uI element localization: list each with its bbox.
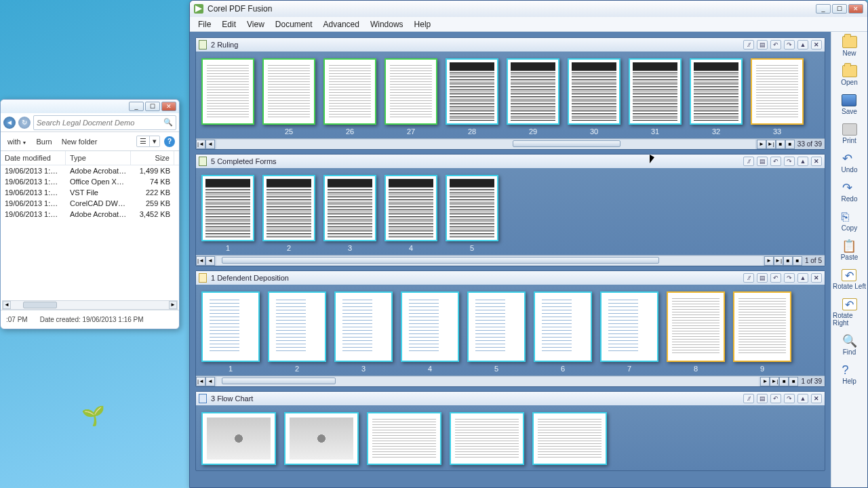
menu-help[interactable]: Help: [410, 18, 435, 30]
panel-tool-1[interactable]: ⫽: [743, 40, 754, 49]
thumb-wrap[interactable]: 29: [507, 58, 559, 136]
thumb-wrap[interactable]: 2: [262, 175, 315, 252]
page-thumb[interactable]: [334, 291, 393, 362]
thumb-wrap[interactable]: 28: [446, 58, 498, 136]
page-thumb[interactable]: [690, 58, 743, 125]
side-rotate-right[interactable]: Rotate Right: [833, 298, 866, 327]
panel-collapse-icon[interactable]: ▲: [797, 394, 808, 403]
page-thumb[interactable]: [323, 175, 376, 241]
side-paste[interactable]: 📋Paste: [841, 240, 859, 261]
side-undo[interactable]: ↶Undo: [842, 152, 858, 174]
scroll-thumb[interactable]: [23, 302, 57, 308]
search-box[interactable]: 🔍: [33, 115, 176, 130]
nav-extra-1[interactable]: ■: [776, 140, 785, 149]
thumb-wrap[interactable]: [201, 58, 254, 136]
page-thumb[interactable]: [534, 291, 592, 362]
explorer-hscroll[interactable]: ◄ ►: [2, 300, 178, 310]
thumb-wrap[interactable]: 26: [323, 58, 376, 136]
col-date[interactable]: Date modified: [1, 151, 66, 165]
thumb-wrap[interactable]: 6: [534, 291, 592, 373]
scroll-thumb[interactable]: [513, 140, 620, 147]
toolbar-burn[interactable]: Burn: [34, 136, 55, 147]
toolbar-with[interactable]: with▼: [5, 136, 30, 147]
page-thumb[interactable]: [629, 58, 682, 125]
panel-rotate-right-icon[interactable]: ↷: [784, 394, 795, 403]
scroll-thumb[interactable]: [222, 257, 659, 264]
first-page-icon[interactable]: |◄: [196, 256, 205, 266]
thumb-wrap[interactable]: 32: [690, 58, 743, 136]
page-thumb[interactable]: [201, 412, 276, 465]
page-thumb[interactable]: [268, 291, 326, 362]
thumb-wrap[interactable]: [201, 412, 276, 468]
prev-page-icon[interactable]: ◄: [205, 377, 215, 386]
side-save[interactable]: Save: [842, 94, 857, 115]
page-thumb[interactable]: [401, 291, 459, 362]
thumb-wrap[interactable]: 1: [201, 291, 260, 373]
page-thumb[interactable]: [262, 175, 315, 241]
panel-close-icon[interactable]: ✕: [811, 394, 822, 403]
panel-rotate-right-icon[interactable]: ↷: [784, 157, 795, 166]
page-thumb[interactable]: [384, 175, 437, 241]
last-page-icon[interactable]: ►|: [774, 256, 783, 266]
close-button[interactable]: ✕: [161, 102, 176, 111]
thumb-wrap[interactable]: 3: [323, 175, 376, 252]
panel-tool-2[interactable]: ▤: [757, 157, 768, 166]
menu-document[interactable]: Document: [271, 18, 317, 30]
thumb-wrap[interactable]: 5: [467, 291, 526, 373]
page-thumb[interactable]: [568, 58, 620, 125]
next-page-icon[interactable]: ►: [757, 140, 766, 149]
page-thumb[interactable]: [751, 58, 804, 125]
page-thumb[interactable]: [446, 58, 498, 125]
side-new[interactable]: New: [842, 36, 857, 57]
panel-rotate-right-icon[interactable]: ↷: [784, 40, 795, 49]
last-page-icon[interactable]: ►|: [770, 377, 779, 386]
panel-tool-1[interactable]: ⫽: [743, 157, 754, 166]
panel-collapse-icon[interactable]: ▲: [797, 273, 808, 283]
panel-rotate-right-icon[interactable]: ↷: [784, 273, 795, 283]
panel-close-icon[interactable]: ✕: [811, 157, 822, 166]
col-size[interactable]: Size: [131, 151, 174, 165]
thumb-wrap[interactable]: 30: [568, 58, 620, 136]
thumb-wrap[interactable]: 31: [629, 58, 682, 136]
page-thumb[interactable]: [323, 58, 376, 125]
side-copy[interactable]: ⎘Copy: [842, 211, 857, 232]
thumb-wrap[interactable]: [367, 412, 441, 468]
panel-tool-1[interactable]: ⫽: [743, 394, 754, 403]
menu-advanced[interactable]: Advanced: [319, 18, 363, 30]
side-help[interactable]: ?Help: [842, 364, 857, 385]
panel-close-icon[interactable]: ✕: [811, 40, 822, 49]
thumb-wrap[interactable]: 3: [334, 291, 393, 373]
thumb-wrap[interactable]: 2: [268, 291, 326, 373]
panel-collapse-icon[interactable]: ▲: [797, 40, 808, 49]
file-list-header[interactable]: Date modified Type Size: [1, 151, 179, 165]
thumb-wrap[interactable]: 25: [262, 58, 315, 136]
maximize-button[interactable]: ☐: [145, 102, 160, 111]
page-thumb[interactable]: [201, 291, 260, 362]
first-page-icon[interactable]: |◄: [196, 140, 205, 149]
thumb-wrap[interactable]: 8: [667, 291, 725, 373]
page-thumb[interactable]: [367, 412, 441, 465]
panel-tool-1[interactable]: ⫽: [743, 273, 754, 283]
thumb-wrap[interactable]: [450, 412, 524, 468]
scroll-right-icon[interactable]: ►: [169, 301, 177, 309]
page-thumb[interactable]: [201, 175, 254, 241]
panel-scrollbar[interactable]: |◄◄ ►►|■■ 33 of 39: [196, 138, 825, 149]
panel-tool-2[interactable]: ▤: [757, 273, 768, 283]
next-page-icon[interactable]: ►: [760, 377, 770, 386]
file-row[interactable]: 19/06/2013 1:07 PMOffice Open XML ...74 …: [1, 176, 179, 187]
panel-scrollbar[interactable]: |◄◄ ►►|■■ 1 of 39: [196, 375, 825, 386]
thumb-wrap[interactable]: 4: [384, 175, 437, 252]
page-thumb[interactable]: [450, 412, 524, 465]
prev-page-icon[interactable]: ◄: [205, 140, 215, 149]
panel-rotate-left-icon[interactable]: ↶: [770, 394, 781, 403]
panel-collapse-icon[interactable]: ▲: [797, 157, 808, 166]
page-thumb[interactable]: [667, 291, 725, 362]
panel-rotate-left-icon[interactable]: ↶: [770, 157, 781, 166]
app-minimize-button[interactable]: _: [816, 4, 831, 14]
side-open[interactable]: Open: [841, 65, 857, 86]
app-maximize-button[interactable]: ☐: [832, 4, 847, 14]
page-thumb[interactable]: [467, 291, 526, 362]
scroll-left-icon[interactable]: ◄: [3, 301, 11, 309]
thumb-wrap[interactable]: 5: [446, 175, 498, 252]
last-page-icon[interactable]: ►|: [766, 140, 776, 149]
